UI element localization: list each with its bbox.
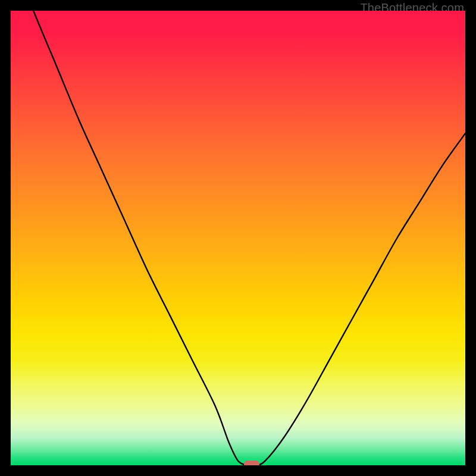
- curve-path: [11, 11, 465, 465]
- minimum-marker: [244, 461, 259, 465]
- chart-frame: TheBottleneck.com: [0, 0, 476, 476]
- plot-area: [11, 11, 465, 465]
- bottleneck-curve: [11, 11, 465, 465]
